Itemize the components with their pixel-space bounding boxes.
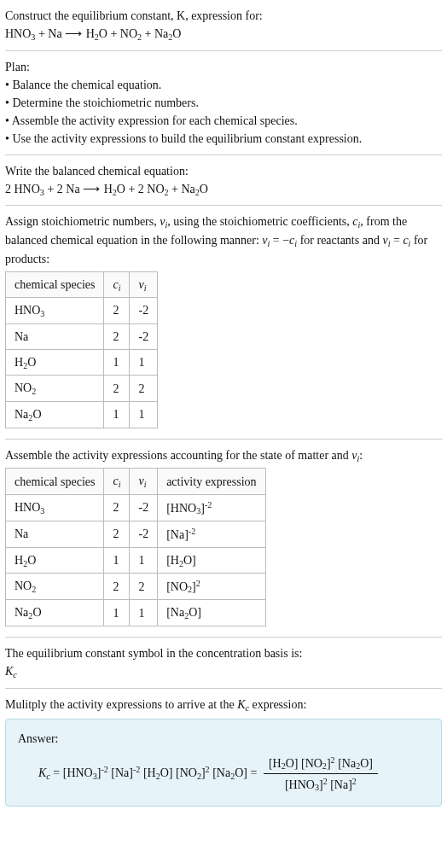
cell-activity: [Na2O] [158,600,265,626]
assign-section: Assign stoichiometric numbers, νi, using… [5,206,442,439]
eq-arrow: ⟶ [65,27,83,40]
cell-activity: [H2O] [158,547,265,574]
cell-v: -2 [130,521,158,548]
balanced-section: Write the balanced chemical equation: 2 … [5,155,442,207]
col-activity: activity expression [158,469,265,495]
cell-v: 2 [130,574,158,600]
cell-v: -2 [130,323,158,349]
cell-c: 1 [104,600,130,626]
cell-activity: [Na]-2 [158,521,265,548]
plan-section: Plan: Balance the chemical equation. Det… [5,51,442,155]
intro-section: Construct the equilibrium constant, K, e… [5,7,442,51]
beq-rhs: H2O + 2 NO2 + Na2O [104,183,208,195]
col-ci: ci [104,271,130,298]
table-row: H2O11 [6,349,158,376]
beq-arrow: ⟶ [83,183,101,195]
cell-species: Na [6,323,104,349]
cell-activity: [NO2]2 [158,574,265,600]
activity-heading: Assemble the activity expressions accoun… [5,446,442,465]
cell-species: HNO3 [6,494,104,521]
activity-table: chemical species ci νi activity expressi… [5,468,266,626]
plan-heading: Plan: [5,58,442,76]
kc-line1: The equilibrium constant symbol in the c… [5,644,442,662]
cell-c: 2 [104,494,130,521]
answer-fraction: [H2O] [NO2]2 [Na2O] [HNO3]2 [Na]2 [264,753,378,795]
cell-c: 2 [104,376,130,402]
intro-line1: Construct the equilibrium constant, K, e… [5,7,442,25]
eq-rhs: H2O + NO2 + Na2O [86,27,182,40]
kc-line2: Kc [5,662,442,681]
col-ci: ci [104,469,130,495]
cell-v: 1 [130,402,158,428]
fraction-denominator: [HNO3]2 [Na]2 [264,774,378,795]
cell-species: Na [6,521,104,548]
cell-activity: [HNO3]-2 [158,494,265,521]
answer-box: Answer: Kc = [HNO3]-2 [Na]-2 [H2O] [NO2]… [5,719,442,806]
cell-species: Na2O [6,600,104,626]
table-row: HNO32-2 [6,298,158,324]
table-row: HNO32-2[HNO3]-2 [6,494,266,521]
col-vi: νi [130,271,158,298]
multiply-section: Mulitply the activity expressions to arr… [5,689,442,813]
intro-text: Construct the equilibrium constant, K, e… [5,9,263,22]
cell-species: H2O [6,349,104,376]
cell-v: 1 [130,349,158,376]
cell-c: 2 [104,574,130,600]
answer-expression: Kc = [HNO3]-2 [Na]-2 [H2O] [NO2]2 [Na2O]… [18,753,429,795]
cell-c: 1 [104,349,130,376]
cell-species: H2O [6,547,104,574]
plan-item: Use the activity expressions to build th… [5,130,442,148]
cell-v: 1 [130,547,158,574]
col-species: chemical species [6,271,104,298]
kc-symbol-section: The equilibrium constant symbol in the c… [5,638,442,689]
cell-v: 2 [130,376,158,402]
cell-c: 2 [104,521,130,548]
table-row: NO222 [6,376,158,402]
activity-section: Assemble the activity expressions accoun… [5,440,442,638]
cell-species: HNO3 [6,298,104,324]
cell-species: NO2 [6,376,104,402]
col-vi: νi [130,469,158,495]
cell-c: 2 [104,298,130,324]
cell-v: 1 [130,600,158,626]
plan-list: Balance the chemical equation. Determine… [5,76,442,148]
plan-item: Determine the stoichiometric numbers. [5,94,442,112]
multiply-heading: Mulitply the activity expressions to arr… [5,696,442,714]
table-row: H2O11[H2O] [6,547,266,574]
balanced-heading: Write the balanced chemical equation: [5,162,442,180]
fraction-numerator: [H2O] [NO2]2 [Na2O] [264,753,378,774]
col-species: chemical species [6,469,104,495]
table-header-row: chemical species ci νi [6,271,158,298]
cell-v: -2 [130,298,158,324]
eq-lhs: HNO3 + Na [5,27,62,40]
balanced-equation: 2 HNO3 + 2 Na ⟶ H2O + 2 NO2 + Na2O [5,180,442,199]
table-row: Na2O11 [6,402,158,428]
cell-c: 2 [104,323,130,349]
assign-text: Assign stoichiometric numbers, νi, using… [5,213,442,267]
answer-lhs: Kc = [HNO3]-2 [Na]-2 [H2O] [NO2]2 [Na2O]… [38,766,260,779]
table-row: Na2-2[Na]-2 [6,521,266,548]
answer-label: Answer: [18,730,429,748]
cell-c: 1 [104,547,130,574]
cell-v: -2 [130,494,158,521]
cell-c: 1 [104,402,130,428]
plan-item: Assemble the activity expression for eac… [5,112,442,130]
beq-lhs: 2 HNO3 + 2 Na [5,183,80,195]
table-row: Na2-2 [6,323,158,349]
cell-species: Na2O [6,402,104,428]
plan-item: Balance the chemical equation. [5,76,442,94]
table-row: Na2O11[Na2O] [6,600,266,626]
cell-species: NO2 [6,574,104,600]
table-header-row: chemical species ci νi activity expressi… [6,469,266,495]
unbalanced-equation: HNO3 + Na ⟶ H2O + NO2 + Na2O [5,25,442,44]
assign-table: chemical species ci νi HNO32-2 Na2-2 H2O… [5,271,158,428]
table-row: NO222[NO2]2 [6,574,266,600]
